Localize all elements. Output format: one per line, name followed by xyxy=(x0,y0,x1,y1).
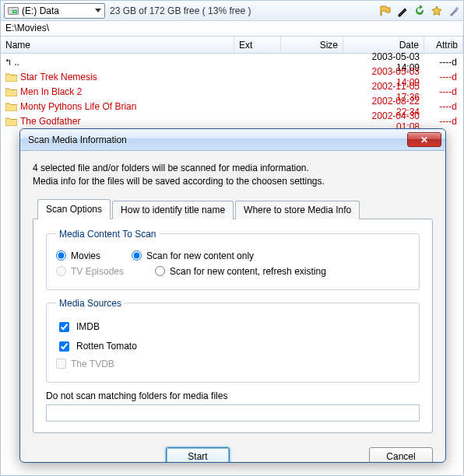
row-size xyxy=(281,72,343,82)
radio-tv-wrap: TV Episodes xyxy=(56,266,124,277)
check-imdb-label: IMDB xyxy=(76,321,100,332)
col-header-attrib[interactable]: Attrib xyxy=(424,37,463,53)
dialog-intro: 4 selected file and/or folders will be s… xyxy=(33,162,433,189)
cancel-button[interactable]: Cancel xyxy=(369,447,433,463)
check-tvdb-wrap: The TVDB xyxy=(56,359,410,369)
row-attrib: ----d xyxy=(424,57,463,68)
check-imdb-wrap[interactable]: IMDB xyxy=(56,320,410,334)
row-size xyxy=(281,117,343,126)
wand-icon[interactable] xyxy=(448,5,460,17)
up-dir-icon: ↰ xyxy=(5,57,11,68)
group-media-sources: Media Sources IMDB Rotten Tomato The TVD… xyxy=(46,298,420,383)
check-rt-wrap[interactable]: Rotten Tomato xyxy=(56,339,410,354)
drive-icon xyxy=(8,7,19,15)
intro-line2: Media info for the files will be saved a… xyxy=(33,175,433,188)
tab-panel-scan-options: Media Content To Scan Movies Scan for ne… xyxy=(33,219,433,433)
radio-refresh-label: Scan for new content, refresh existing xyxy=(170,266,326,277)
radio-movies[interactable] xyxy=(56,250,66,261)
dialog-buttons: Start Cancel xyxy=(20,439,445,463)
close-button[interactable]: ✕ xyxy=(407,132,441,147)
radio-new-only-wrap[interactable]: Scan for new content only xyxy=(132,250,254,261)
radio-tv-label: TV Episodes xyxy=(71,266,124,277)
check-imdb[interactable] xyxy=(59,322,69,332)
radio-new-only-label: Scan for new content only xyxy=(146,250,254,261)
group-media-sources-legend: Media Sources xyxy=(56,298,125,309)
toolbar: (E:) Data 23 GB of 172 GB free ( 13% fre… xyxy=(1,1,463,21)
flag-icon[interactable] xyxy=(379,5,392,17)
row-size xyxy=(281,58,343,67)
folder-icon xyxy=(5,87,17,96)
row-name: Monty Pythons Life Of Brian xyxy=(20,101,136,112)
table-row[interactable]: The Godfather2002-04-30 01:08----d xyxy=(1,114,463,128)
check-rt-label: Rotten Tomato xyxy=(76,341,137,352)
exclude-input[interactable] xyxy=(46,404,420,422)
drive-selector[interactable]: (E:) Data xyxy=(4,3,105,19)
tab-store-media-info[interactable]: Where to store Media Info xyxy=(235,201,360,219)
row-size xyxy=(281,102,343,111)
scan-media-dialog: Scan Media Information ✕ 4 selected file… xyxy=(19,128,446,463)
dialog-titlebar[interactable]: Scan Media Information ✕ xyxy=(20,129,445,151)
group-media-content-legend: Media Content To Scan xyxy=(56,229,160,240)
chevron-down-icon xyxy=(95,9,101,12)
toolbar-icons xyxy=(379,5,460,17)
exclude-label: Do not scan matching folders for media f… xyxy=(46,390,420,401)
radio-movies-wrap[interactable]: Movies xyxy=(56,250,100,261)
row-size xyxy=(281,87,343,96)
start-button[interactable]: Start xyxy=(166,447,230,463)
row-attrib: ----d xyxy=(424,116,463,127)
tab-strip: Scan Options How to identify title name … xyxy=(37,198,433,219)
col-header-ext[interactable]: Ext xyxy=(234,37,281,53)
check-tvdb-label: The TVDB xyxy=(71,359,114,369)
free-space-text: 23 GB of 172 GB free ( 13% free ) xyxy=(110,5,251,16)
row-attrib: ----d xyxy=(424,86,463,97)
radio-movies-label: Movies xyxy=(71,250,100,261)
group-media-content: Media Content To Scan Movies Scan for ne… xyxy=(46,229,420,290)
folder-icon xyxy=(5,102,17,111)
intro-line1: 4 selected file and/or folders will be s… xyxy=(33,162,433,175)
radio-refresh-wrap[interactable]: Scan for new content, refresh existing xyxy=(155,266,326,277)
path-bar[interactable]: E:\Movies\ xyxy=(1,21,463,37)
drive-label: (E:) Data xyxy=(22,5,59,16)
tab-scan-options[interactable]: Scan Options xyxy=(37,199,111,219)
file-list: ↰..2003-05-03 14:09----dStar Trek Nemesi… xyxy=(1,54,463,128)
row-attrib: ----d xyxy=(424,101,463,112)
folder-icon xyxy=(5,117,17,126)
check-tvdb xyxy=(56,359,66,369)
col-header-size[interactable]: Size xyxy=(281,37,343,53)
check-rotten-tomato[interactable] xyxy=(59,341,69,352)
row-name: The Godfather xyxy=(20,116,80,127)
folder-icon xyxy=(5,72,17,82)
pen-icon[interactable] xyxy=(396,5,409,17)
close-icon: ✕ xyxy=(420,135,428,145)
refresh-icon[interactable] xyxy=(413,5,426,17)
favorite-icon[interactable] xyxy=(431,5,443,17)
dialog-title: Scan Media Information xyxy=(28,135,127,145)
radio-new-only[interactable] xyxy=(132,250,142,261)
tab-identify-title[interactable]: How to identify title name xyxy=(112,201,234,219)
row-name: Star Trek Nemesis xyxy=(20,72,97,82)
radio-refresh-existing[interactable] xyxy=(155,266,165,276)
radio-tv-episodes xyxy=(56,266,66,276)
row-name: .. xyxy=(14,57,19,68)
row-name: Men In Black 2 xyxy=(20,86,82,97)
row-attrib: ----d xyxy=(424,72,463,82)
col-header-name[interactable]: Name xyxy=(1,37,234,53)
